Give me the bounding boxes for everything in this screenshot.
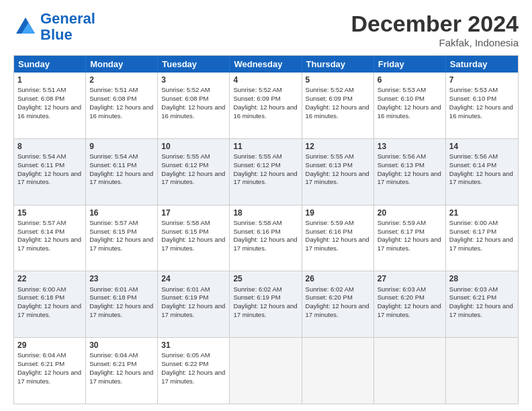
daylight-label: Daylight: 12 hours and 16 minutes. xyxy=(17,103,81,120)
day-number: 28 xyxy=(449,273,515,284)
sunset-label: Sunset: 6:13 PM xyxy=(378,161,425,169)
page: General Blue December 2024 Fakfak, Indon… xyxy=(0,0,532,411)
daylight-label: Daylight: 12 hours and 16 minutes. xyxy=(161,103,225,120)
calendar-row: 29 Sunrise: 6:04 AM Sunset: 6:21 PM Dayl… xyxy=(14,338,518,404)
sunset-label: Sunset: 6:18 PM xyxy=(89,293,136,301)
day-number: 22 xyxy=(17,273,82,284)
daylight-label: Daylight: 12 hours and 17 minutes. xyxy=(449,170,513,186)
calendar-row: 8 Sunrise: 5:54 AM Sunset: 6:11 PM Dayli… xyxy=(14,139,518,205)
daylight-label: Daylight: 12 hours and 17 minutes. xyxy=(89,302,153,318)
sunset-label: Sunset: 6:19 PM xyxy=(161,293,208,301)
sunrise-label: Sunrise: 6:02 AM xyxy=(306,285,354,293)
day-number: 16 xyxy=(89,208,154,218)
daylight-label: Daylight: 12 hours and 16 minutes. xyxy=(306,103,369,120)
daylight-label: Daylight: 12 hours and 17 minutes. xyxy=(17,302,81,318)
daylight-label: Daylight: 12 hours and 17 minutes. xyxy=(306,236,369,252)
calendar-cell: 20 Sunrise: 5:59 AM Sunset: 6:17 PM Dayl… xyxy=(374,205,446,271)
calendar-cell: 25 Sunrise: 6:02 AM Sunset: 6:19 PM Dayl… xyxy=(230,271,302,337)
calendar-cell: 7 Sunrise: 5:53 AM Sunset: 6:10 PM Dayli… xyxy=(446,73,518,138)
daylight-label: Daylight: 12 hours and 17 minutes. xyxy=(17,170,81,186)
day-number: 19 xyxy=(306,208,370,218)
header: General Blue December 2024 Fakfak, Indon… xyxy=(13,11,519,48)
calendar-cell: 19 Sunrise: 5:59 AM Sunset: 6:16 PM Dayl… xyxy=(302,205,374,271)
logo-icon xyxy=(13,15,38,39)
calendar-cell: 24 Sunrise: 6:01 AM Sunset: 6:19 PM Dayl… xyxy=(158,271,230,337)
sunrise-label: Sunrise: 5:59 AM xyxy=(378,219,426,226)
day-number: 27 xyxy=(378,273,442,284)
calendar-cell: 29 Sunrise: 6:04 AM Sunset: 6:21 PM Dayl… xyxy=(14,338,86,404)
calendar-cell: 11 Sunrise: 5:55 AM Sunset: 6:12 PM Dayl… xyxy=(230,139,302,205)
daylight-label: Daylight: 12 hours and 17 minutes. xyxy=(89,170,153,186)
sunset-label: Sunset: 6:17 PM xyxy=(378,228,425,235)
calendar-cell: 1 Sunrise: 5:51 AM Sunset: 6:08 PM Dayli… xyxy=(14,73,86,138)
day-number: 21 xyxy=(449,208,515,218)
daylight-label: Daylight: 12 hours and 17 minutes. xyxy=(233,236,297,252)
daylight-label: Daylight: 12 hours and 17 minutes. xyxy=(378,302,441,318)
sunset-label: Sunset: 6:11 PM xyxy=(17,161,64,169)
calendar-cell: 4 Sunrise: 5:52 AM Sunset: 6:09 PM Dayli… xyxy=(230,73,302,138)
daylight-label: Daylight: 12 hours and 16 minutes. xyxy=(89,103,153,120)
daylight-label: Daylight: 12 hours and 17 minutes. xyxy=(89,236,153,252)
header-thursday: Thursday xyxy=(302,56,374,73)
day-number: 30 xyxy=(89,340,154,351)
day-number: 20 xyxy=(378,208,442,218)
sunrise-label: Sunrise: 6:02 AM xyxy=(233,285,281,293)
calendar-cell: 28 Sunrise: 6:03 AM Sunset: 6:21 PM Dayl… xyxy=(446,271,518,337)
daylight-label: Daylight: 12 hours and 17 minutes. xyxy=(378,170,441,186)
sunset-label: Sunset: 6:20 PM xyxy=(378,293,425,301)
day-number: 31 xyxy=(161,340,226,351)
day-number: 18 xyxy=(233,208,298,218)
sunrise-label: Sunrise: 5:53 AM xyxy=(378,86,426,93)
sunrise-label: Sunrise: 5:51 AM xyxy=(89,86,138,93)
sunrise-label: Sunrise: 6:05 AM xyxy=(161,351,210,359)
calendar-cell xyxy=(446,338,518,404)
sunset-label: Sunset: 6:22 PM xyxy=(161,360,208,367)
sunrise-label: Sunrise: 6:04 AM xyxy=(17,351,66,359)
sunrise-label: Sunrise: 6:03 AM xyxy=(449,285,498,293)
daylight-label: Daylight: 12 hours and 17 minutes. xyxy=(161,236,225,252)
sunrise-label: Sunrise: 5:54 AM xyxy=(17,152,66,160)
calendar-cell xyxy=(302,338,374,404)
daylight-label: Daylight: 12 hours and 17 minutes. xyxy=(233,170,297,186)
sunset-label: Sunset: 6:20 PM xyxy=(306,293,353,301)
calendar-cell: 26 Sunrise: 6:02 AM Sunset: 6:20 PM Dayl… xyxy=(302,271,374,337)
calendar-cell: 31 Sunrise: 6:05 AM Sunset: 6:22 PM Dayl… xyxy=(158,338,230,404)
sunrise-label: Sunrise: 5:53 AM xyxy=(449,86,498,93)
daylight-label: Daylight: 12 hours and 17 minutes. xyxy=(17,369,81,385)
sunset-label: Sunset: 6:14 PM xyxy=(449,161,496,169)
calendar-row: 1 Sunrise: 5:51 AM Sunset: 6:08 PM Dayli… xyxy=(14,73,518,139)
daylight-label: Daylight: 12 hours and 17 minutes. xyxy=(161,302,225,318)
daylight-label: Daylight: 12 hours and 17 minutes. xyxy=(306,170,369,186)
logo: General Blue xyxy=(13,11,95,43)
day-number: 1 xyxy=(17,75,82,85)
day-number: 6 xyxy=(378,75,442,85)
calendar-cell: 15 Sunrise: 5:57 AM Sunset: 6:14 PM Dayl… xyxy=(14,205,86,271)
sunset-label: Sunset: 6:15 PM xyxy=(161,228,208,235)
sunrise-label: Sunrise: 5:54 AM xyxy=(89,152,138,160)
day-number: 4 xyxy=(233,75,298,85)
header-tuesday: Tuesday xyxy=(158,56,230,73)
calendar-row: 22 Sunrise: 6:00 AM Sunset: 6:18 PM Dayl… xyxy=(14,271,518,338)
sunrise-label: Sunrise: 5:52 AM xyxy=(306,86,354,93)
calendar-cell: 14 Sunrise: 5:56 AM Sunset: 6:14 PM Dayl… xyxy=(446,139,518,205)
calendar: Sunday Monday Tuesday Wednesday Thursday… xyxy=(13,55,519,404)
sunset-label: Sunset: 6:09 PM xyxy=(233,95,280,102)
sunset-label: Sunset: 6:09 PM xyxy=(306,95,353,102)
sunrise-label: Sunrise: 5:55 AM xyxy=(306,152,354,160)
sunrise-label: Sunrise: 5:56 AM xyxy=(378,152,426,160)
daylight-label: Daylight: 12 hours and 17 minutes. xyxy=(233,302,297,318)
calendar-cell xyxy=(374,338,446,404)
sunrise-label: Sunrise: 5:57 AM xyxy=(89,219,138,226)
daylight-label: Daylight: 12 hours and 17 minutes. xyxy=(306,302,369,318)
sunrise-label: Sunrise: 5:56 AM xyxy=(449,152,498,160)
daylight-label: Daylight: 12 hours and 16 minutes. xyxy=(378,103,441,120)
day-number: 15 xyxy=(17,208,82,218)
daylight-label: Daylight: 12 hours and 17 minutes. xyxy=(449,236,513,252)
day-number: 23 xyxy=(89,273,154,284)
calendar-row: 15 Sunrise: 5:57 AM Sunset: 6:14 PM Dayl… xyxy=(14,205,518,272)
sunrise-label: Sunrise: 6:01 AM xyxy=(89,285,138,293)
sunset-label: Sunset: 6:18 PM xyxy=(17,293,64,301)
daylight-label: Daylight: 12 hours and 17 minutes. xyxy=(161,369,225,385)
header-sunday: Sunday xyxy=(14,56,86,73)
day-number: 26 xyxy=(306,273,370,284)
